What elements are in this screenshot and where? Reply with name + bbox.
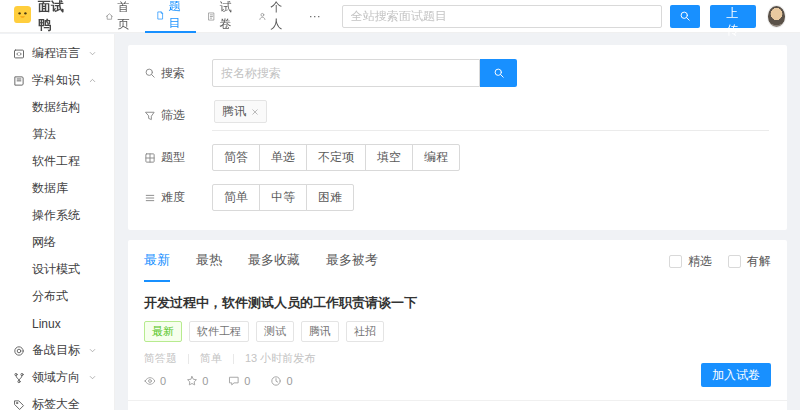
filter-search-label-text: 搜索 (161, 65, 185, 82)
comment-icon (228, 375, 240, 387)
sort-tab-1[interactable]: 最新 (144, 240, 170, 282)
type-option[interactable]: 单选 (259, 144, 307, 171)
question-tags: 最新软件工程测试腾讯社招 (144, 321, 771, 342)
main-content: 搜索 筛选 腾讯 题型 简答单选不定项填空编程 (115, 34, 800, 410)
sort-tab-3[interactable]: 最多收藏 (248, 240, 300, 282)
question-tag[interactable]: 软件工程 (189, 321, 249, 342)
checkbox-box[interactable] (669, 255, 682, 268)
sidebar-item-label: 标签大全 (32, 396, 80, 410)
filter-checkbox-2[interactable]: 有解 (728, 253, 771, 270)
sidebar-subitem[interactable]: Linux (0, 310, 114, 337)
filter-checkbox-1[interactable]: 精选 (669, 253, 712, 270)
filter-difficulty-label-text: 难度 (161, 189, 185, 206)
stat-views-count: 0 (160, 375, 166, 387)
filter-type-row: 题型 简答单选不定项填空编程 (144, 144, 769, 171)
stat-views: 0 (144, 375, 166, 387)
badge-new: 最新 (144, 321, 182, 342)
type-option[interactable]: 简答 (212, 144, 260, 171)
sidebar-subitem[interactable]: 数据结构 (0, 94, 114, 121)
question-difficulty: 简单 (200, 351, 222, 366)
filter-selected-label-text: 筛选 (161, 107, 185, 124)
filter-search-button[interactable] (480, 59, 517, 87)
nav-item-label: ··· (309, 9, 321, 23)
grid-icon (144, 152, 156, 164)
chevron-down-icon (88, 373, 97, 382)
sidebar-item-label: 领域方向 (32, 369, 80, 386)
sort-tab-4[interactable]: 最多被考 (326, 240, 378, 282)
app-header: 面试鸭 首页题目试卷个人··· 上传 (0, 0, 800, 33)
type-option[interactable]: 填空 (365, 144, 413, 171)
checkbox-box[interactable] (728, 255, 741, 268)
sidebar-item-3[interactable]: 备战目标 (0, 337, 114, 364)
checkbox-label: 精选 (688, 253, 712, 270)
brand[interactable]: 面试鸭 (14, 0, 70, 34)
nav-item-2[interactable]: 题目 (145, 0, 196, 33)
sidebar: 编程语言学科知识数据结构算法软件工程数据库操作系统网络设计模式分布式Linux备… (0, 34, 115, 410)
difficulty-options: 简单中等困难 (212, 184, 354, 211)
filter-search-input[interactable] (212, 59, 480, 87)
type-options: 简答单选不定项填空编程 (212, 144, 460, 171)
selected-tags: 腾讯 (212, 100, 769, 131)
difficulty-option[interactable]: 简单 (212, 184, 260, 211)
question-list: 开发过程中，软件测试人员的工作职责请谈一下最新软件工程测试腾讯社招简答题简单13… (128, 282, 787, 410)
filter-selected-label: 筛选 (144, 107, 212, 124)
main-nav: 首页题目试卷个人··· (94, 0, 332, 33)
tag-icon (13, 399, 25, 410)
sidebar-subitem[interactable]: 算法 (0, 121, 114, 148)
global-search-button[interactable] (670, 5, 700, 28)
stat-comments: 0 (228, 375, 250, 387)
nav-item-label: 试卷 (219, 0, 235, 33)
sidebar-item-5[interactable]: 标签大全 (0, 391, 114, 410)
filter-type-label: 题型 (144, 149, 212, 166)
duck-logo-icon (14, 6, 31, 27)
selected-tag-chip[interactable]: 腾讯 (214, 100, 267, 123)
upload-button[interactable]: 上传 (710, 5, 756, 28)
question-list-panel: 最新最热最多收藏最多被考 精选有解 开发过程中，软件测试人员的工作职责请谈一下最… (128, 240, 787, 410)
global-search (342, 5, 700, 28)
search-icon (679, 10, 691, 22)
difficulty-option[interactable]: 困难 (306, 184, 354, 211)
sidebar-subitem[interactable]: 操作系统 (0, 202, 114, 229)
question-tag[interactable]: 测试 (256, 321, 294, 342)
code-icon (13, 48, 25, 60)
eye-icon (144, 375, 156, 387)
sidebar-item-1[interactable]: 编程语言 (0, 40, 114, 67)
sidebar-item-4[interactable]: 领域方向 (0, 364, 114, 391)
type-option[interactable]: 编程 (412, 144, 460, 171)
sort-tab-2[interactable]: 最热 (196, 240, 222, 282)
nav-item-5[interactable]: ··· (298, 0, 332, 33)
checkbox-label: 有解 (747, 253, 771, 270)
question-meta: 简答题简单13 小时前发布 (144, 351, 771, 366)
question-tag[interactable]: 腾讯 (301, 321, 339, 342)
difficulty-option[interactable]: 中等 (259, 184, 307, 211)
question-item: 开发过程中，软件测试人员的工作职责请谈一下最新软件工程测试腾讯社招简答题简单13… (128, 282, 787, 401)
home-icon (105, 10, 114, 23)
sidebar-subitem[interactable]: 设计模式 (0, 256, 114, 283)
question-title[interactable]: 开发过程中，软件测试人员的工作职责请谈一下 (144, 294, 771, 312)
add-to-paper-button[interactable]: 加入试卷 (701, 363, 771, 387)
sidebar-subitem[interactable]: 软件工程 (0, 148, 114, 175)
sidebar-item-2[interactable]: 学科知识 (0, 67, 114, 94)
question-tag[interactable]: 社招 (346, 321, 384, 342)
search-icon (144, 67, 156, 79)
sort-tabs: 最新最热最多收藏最多被考 (144, 240, 378, 282)
sidebar-subitem[interactable]: 分布式 (0, 283, 114, 310)
sidebar-item-label: 学科知识 (32, 72, 80, 89)
stat-comments-count: 0 (244, 375, 250, 387)
type-option[interactable]: 不定项 (306, 144, 366, 171)
global-search-input[interactable] (342, 5, 662, 28)
user-avatar[interactable] (767, 5, 786, 28)
nav-item-label: 首页 (117, 0, 133, 33)
sidebar-item-label: 编程语言 (32, 45, 80, 62)
chevron-down-icon (88, 346, 97, 355)
nav-item-3[interactable]: 试卷 (196, 0, 247, 33)
sidebar-subitem[interactable]: 网络 (0, 229, 114, 256)
list-icon (144, 192, 156, 204)
filter-search-label: 搜索 (144, 65, 212, 82)
nav-item-4[interactable]: 个人 (247, 0, 298, 33)
nav-item-1[interactable]: 首页 (94, 0, 145, 33)
question-time: 13 小时前发布 (245, 351, 315, 366)
sidebar-subitem[interactable]: 数据库 (0, 175, 114, 202)
close-icon[interactable] (251, 108, 259, 116)
nav-item-label: 个人 (270, 0, 286, 33)
